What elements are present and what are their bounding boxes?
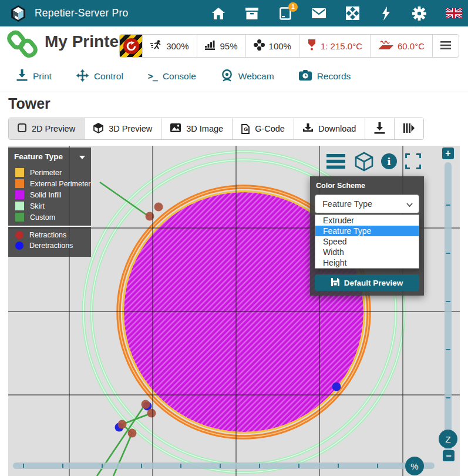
gcode-2d-canvas[interactable]: Feature Type Perimeter External Perimete…	[8, 146, 460, 476]
speed-value: 300%	[166, 41, 188, 51]
slider-tick	[141, 464, 142, 468]
tab-records[interactable]: Records	[299, 70, 351, 83]
image-icon	[170, 123, 181, 134]
slider-tick	[446, 205, 450, 206]
vertical-slider[interactable]	[445, 162, 452, 452]
grid-line	[8, 394, 460, 395]
language-flag-icon[interactable]	[446, 6, 462, 21]
view-gcode-label: G-Code	[255, 124, 285, 133]
percent-button[interactable]: %	[405, 457, 424, 475]
slider-tick	[23, 464, 24, 468]
tab-print-label: Print	[33, 71, 52, 82]
slider-tick	[220, 464, 221, 468]
heated-bed-icon	[378, 40, 393, 52]
printer-menu-button[interactable]	[432, 35, 459, 57]
color-scheme-select[interactable]: Feature Type	[315, 195, 419, 213]
default-preview-button[interactable]: Default Preview	[315, 274, 419, 291]
slider-tick	[446, 349, 450, 350]
external-perimeter-swatch	[15, 179, 24, 188]
printer-z-icon	[374, 122, 385, 136]
power-bolt-icon[interactable]	[379, 6, 393, 21]
emergency-stop-button[interactable]	[120, 35, 142, 57]
legend-item: Custom	[8, 212, 91, 223]
custom-swatch	[15, 213, 24, 222]
view-gcode-button[interactable]: G G-Code	[232, 118, 294, 139]
grid-line	[8, 311, 460, 312]
view-3d-preview-button[interactable]: 3D Preview	[84, 118, 161, 139]
color-scheme-options: Extruder Feature Type Speed Width Height	[315, 214, 419, 269]
flow-multiplier-button[interactable]: 95%	[197, 35, 245, 57]
printer-link-icon	[7, 30, 38, 61]
app-logo-icon[interactable]	[9, 5, 27, 22]
solid-infill-swatch	[15, 190, 24, 199]
printer-status-bar: 300% 95% 100%	[119, 34, 459, 58]
retractions-swatch	[15, 231, 23, 239]
speed-icon	[150, 40, 162, 52]
option-height[interactable]: Height	[315, 257, 419, 268]
legend-header[interactable]: Feature Type	[8, 148, 91, 167]
legend-item: Solid Infill	[8, 189, 91, 200]
legend-title: Feature Type	[14, 152, 63, 161]
preview-3d-cube-icon[interactable]	[354, 152, 374, 172]
z-axis-button[interactable]: Z	[439, 430, 457, 448]
layer-scan-button[interactable]	[394, 118, 423, 139]
tab-records-label: Records	[317, 71, 351, 82]
fan-speed-button[interactable]: 100%	[245, 35, 299, 57]
settings-gear-icon[interactable]	[412, 6, 426, 21]
mail-icon[interactable]	[312, 6, 326, 21]
info-glyph: i	[387, 156, 390, 167]
legend-label: Deretractions	[29, 242, 73, 250]
webcam-icon	[221, 69, 233, 84]
view-3d-image-label: 3D Image	[186, 124, 223, 133]
slider-tick	[377, 464, 378, 468]
app-title: Repetier-Server Pro	[35, 7, 128, 19]
home-icon[interactable]	[211, 6, 225, 21]
tab-print[interactable]: Print	[16, 69, 52, 83]
slider-tick	[446, 253, 450, 254]
legend-item: Perimeter	[8, 167, 91, 178]
legend-item: Skirt	[8, 200, 91, 212]
flow-icon	[205, 41, 216, 52]
zoom-out-button[interactable]: −	[443, 450, 454, 461]
view-2d-preview-button[interactable]: 2D Preview	[9, 118, 84, 139]
slider-tick	[102, 464, 103, 468]
extruder-icon	[307, 39, 317, 52]
slider-tick	[446, 301, 450, 302]
reprint-button[interactable]	[365, 118, 394, 139]
option-extruder[interactable]: Extruder	[315, 215, 419, 226]
option-feature-type[interactable]: Feature Type	[315, 226, 419, 236]
archive-box-icon[interactable]	[245, 6, 259, 21]
printer-notifications-icon[interactable]: 1	[278, 6, 292, 21]
option-speed[interactable]: Speed	[315, 236, 419, 247]
chevron-down-icon	[406, 199, 413, 209]
download-button[interactable]: Download	[294, 118, 365, 139]
zoom-in-button[interactable]: +	[442, 148, 454, 159]
speed-multiplier-button[interactable]: 300%	[142, 35, 196, 57]
tab-webcam-label: Webcam	[238, 71, 274, 82]
preview-menu-icon[interactable]	[326, 154, 345, 169]
legend-label: Retractions	[29, 231, 66, 239]
job-title: Tower	[8, 95, 50, 112]
color-scheme-selected-value: Feature Type	[322, 199, 372, 209]
tab-console[interactable]: >_ Console	[148, 71, 196, 82]
notification-badge: 1	[288, 2, 298, 12]
printer-name: My Printer	[45, 32, 125, 51]
gcode-file-icon: G	[241, 124, 250, 134]
tab-control[interactable]: Control	[76, 69, 123, 84]
expand-arrows-icon[interactable]	[345, 6, 359, 21]
tab-webcam[interactable]: Webcam	[221, 69, 274, 84]
extruder-temp-button[interactable]: 1: 215.0°C	[299, 35, 370, 57]
fullscreen-icon[interactable]	[405, 153, 421, 169]
feature-legend: Feature Type Perimeter External Perimete…	[8, 148, 91, 257]
option-width[interactable]: Width	[315, 247, 419, 257]
legend-label: Custom	[30, 213, 55, 222]
view-3d-image-button[interactable]: 3D Image	[161, 118, 232, 139]
color-scheme-label: Color Scheme	[316, 182, 419, 190]
view-3d-preview-label: 3D Preview	[109, 124, 152, 133]
horizontal-slider[interactable]	[13, 462, 435, 469]
records-icon	[299, 70, 312, 83]
bed-temp-button[interactable]: 60.0°C	[370, 35, 432, 57]
info-icon[interactable]: i	[381, 153, 397, 169]
slider-tick	[62, 464, 63, 468]
deretractions-swatch	[15, 242, 23, 250]
